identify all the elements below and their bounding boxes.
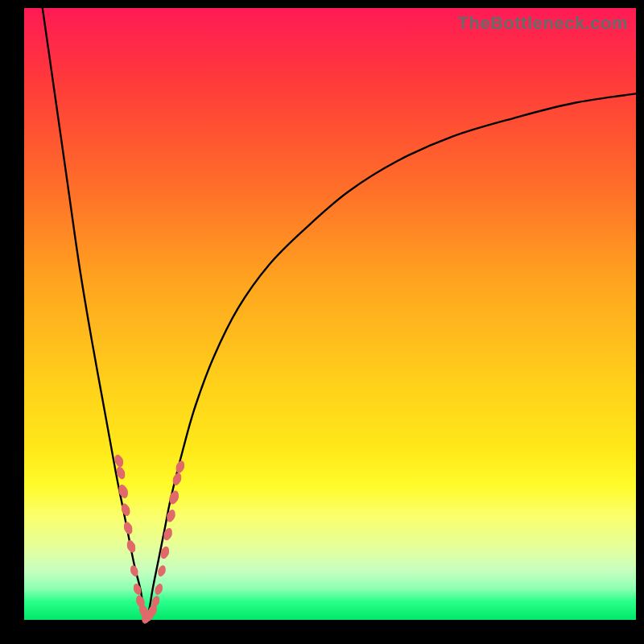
data-marker-cap: [124, 524, 132, 532]
data-marker-cap: [149, 607, 157, 615]
data-marker-cap: [130, 568, 138, 575]
data-marker-cap: [173, 475, 181, 483]
data-marker-cap: [176, 463, 184, 471]
data-marker-cap: [134, 586, 141, 593]
data-marker-cap: [167, 512, 175, 520]
data-marker-cap: [119, 487, 128, 496]
marker-group: [114, 453, 186, 625]
chart-frame: TheBottleneck.com: [0, 0, 644, 644]
data-marker-cap: [161, 548, 169, 556]
data-marker-cap: [152, 598, 159, 605]
data-marker-cap: [164, 530, 172, 539]
chart-svg: [24, 8, 636, 620]
data-marker-cap: [159, 568, 166, 575]
data-marker-cap: [136, 597, 144, 605]
plot-area: TheBottleneck.com: [24, 8, 636, 620]
curve-right-branch: [147, 93, 636, 620]
data-marker-cap: [170, 493, 179, 502]
data-marker-cap: [155, 586, 163, 593]
data-marker-cap: [122, 506, 130, 514]
data-marker-cap: [115, 456, 123, 464]
data-marker-cap: [127, 543, 135, 551]
data-marker-cap: [117, 469, 125, 477]
